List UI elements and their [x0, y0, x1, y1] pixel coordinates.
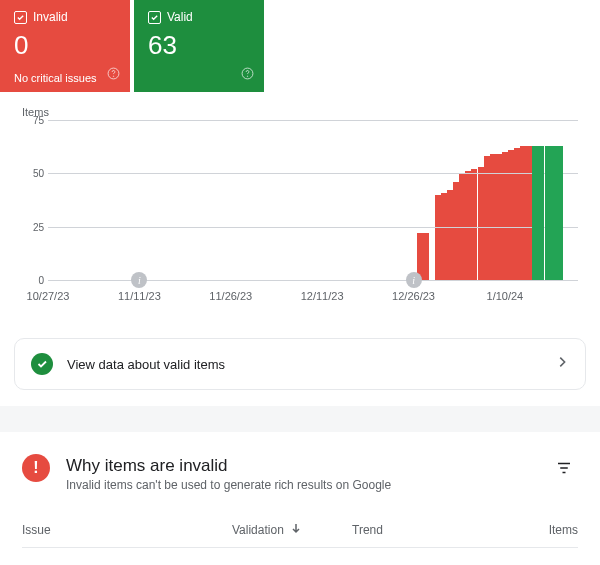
checkbox-icon [148, 11, 161, 24]
invalid-label: Invalid [33, 10, 68, 24]
svg-point-3 [247, 76, 248, 77]
info-marker-icon[interactable]: i [406, 272, 422, 288]
chart-bar [441, 193, 447, 280]
link-card-label: View data about valid items [67, 357, 541, 372]
valid-value: 63 [148, 30, 250, 61]
issues-table: Issue Validation Trend Items Missing fie… [22, 518, 578, 565]
y-axis-tick: 25 [33, 221, 44, 232]
overview-panel: Invalid 0 No critical issues Valid 63 It… [0, 0, 600, 406]
chart-bar [484, 156, 490, 280]
alert-icon: ! [22, 454, 50, 482]
invalid-value: 0 [14, 30, 116, 61]
issues-panel: ! Why items are invalid Invalid items ca… [0, 432, 600, 565]
y-axis-tick: 75 [33, 115, 44, 126]
table-row[interactable]: Missing field "mainEntity"Passed0 [22, 547, 578, 565]
checkbox-icon [14, 11, 27, 24]
chart-bar [423, 233, 429, 280]
x-axis-tick: 12/26/23 [392, 290, 435, 302]
chart-bar [453, 182, 459, 280]
info-marker-icon[interactable]: i [131, 272, 147, 288]
invalid-stat-card[interactable]: Invalid 0 No critical issues [0, 0, 130, 92]
issues-subtitle: Invalid items can't be used to generate … [66, 478, 534, 492]
chart-bar [545, 146, 551, 280]
x-axis-tick: 10/27/23 [27, 290, 70, 302]
svg-point-1 [113, 76, 114, 77]
sort-arrow-down-icon [290, 522, 302, 537]
y-axis-tick: 50 [33, 168, 44, 179]
chart-bar [532, 146, 538, 280]
chart-bar [551, 146, 557, 280]
x-axis-tick: 11/26/23 [209, 290, 252, 302]
chart-bar [502, 152, 508, 280]
chart-bar [508, 150, 514, 280]
x-axis-tick: 12/11/23 [301, 290, 344, 302]
chevron-right-icon [555, 355, 569, 373]
chart-bar [447, 190, 453, 280]
chart-bar [478, 167, 484, 280]
chart-bar [526, 146, 532, 280]
valid-label: Valid [167, 10, 193, 24]
valid-stat-card[interactable]: Valid 63 [134, 0, 264, 92]
chart: 0255075 [22, 120, 578, 280]
col-header-trend[interactable]: Trend [352, 523, 518, 537]
help-icon[interactable] [241, 66, 254, 84]
chart-area: Items 0255075 10/27/2311/11/2311/26/2312… [0, 92, 600, 320]
check-circle-icon [31, 353, 53, 375]
help-icon[interactable] [107, 66, 120, 84]
table-header: Issue Validation Trend Items [22, 518, 578, 547]
invalid-subtext: No critical issues [14, 72, 97, 84]
chart-bar [557, 146, 563, 280]
x-axis-tick: 1/10/24 [487, 290, 524, 302]
chart-bar [471, 169, 477, 280]
chart-bar [435, 195, 441, 280]
chart-bar [514, 148, 520, 280]
col-header-validation[interactable]: Validation [232, 522, 352, 537]
x-axis-tick: 11/11/23 [118, 290, 161, 302]
issues-title: Why items are invalid [66, 456, 534, 476]
filter-button[interactable] [550, 454, 578, 482]
col-header-items[interactable]: Items [518, 523, 578, 537]
chart-bar [538, 146, 544, 280]
chart-title: Items [22, 106, 578, 118]
col-header-issue[interactable]: Issue [22, 523, 232, 537]
y-axis-tick: 0 [38, 275, 44, 286]
stat-cards: Invalid 0 No critical issues Valid 63 [0, 0, 600, 92]
view-valid-items-card[interactable]: View data about valid items [14, 338, 586, 390]
